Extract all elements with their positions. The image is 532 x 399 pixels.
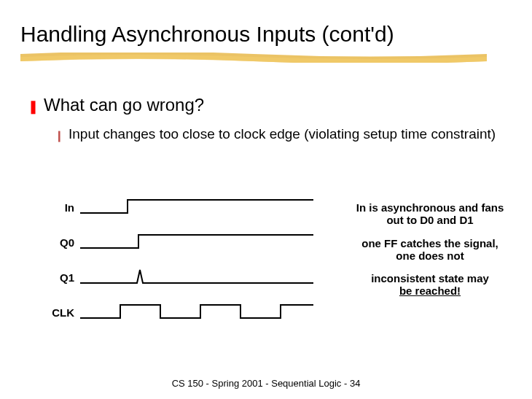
- annotation-3-line2: be reached!: [399, 284, 461, 297]
- signal-label-in: In: [40, 201, 80, 214]
- annotation-3: inconsistent state may be reached!: [353, 272, 506, 298]
- signal-label-q0: Q0: [40, 236, 80, 249]
- annotation-1: In is asynchronous and fans out to D0 an…: [353, 201, 506, 227]
- signal-label-clk: CLK: [40, 306, 80, 319]
- annotation-2: one FF catches the signal, one does not: [353, 237, 506, 263]
- annotation-3-line1: inconsistent state may: [371, 272, 489, 284]
- title-underline-brush: [20, 53, 487, 63]
- sub-bullet-text: Input changes too close to clock edge (v…: [69, 125, 498, 142]
- slide-title: Handling Asynchronous Inputs (cont'd): [0, 0, 532, 47]
- bullet-y-icon: ❙: [55, 129, 64, 142]
- waveform-clk: [80, 302, 313, 322]
- slide-footer: CS 150 - Spring 2001 - Sequential Logic …: [0, 378, 532, 389]
- waveform-q1: [80, 267, 313, 287]
- waveform-diagram: In Q0 Q1 CLK: [40, 197, 324, 343]
- waveform-in: [80, 197, 313, 217]
- bullet-z-icon: ❚: [28, 98, 39, 115]
- waveform-q0: [80, 232, 313, 252]
- signal-label-q1: Q1: [40, 271, 80, 284]
- main-bullet-text: What can go wrong?: [44, 95, 204, 115]
